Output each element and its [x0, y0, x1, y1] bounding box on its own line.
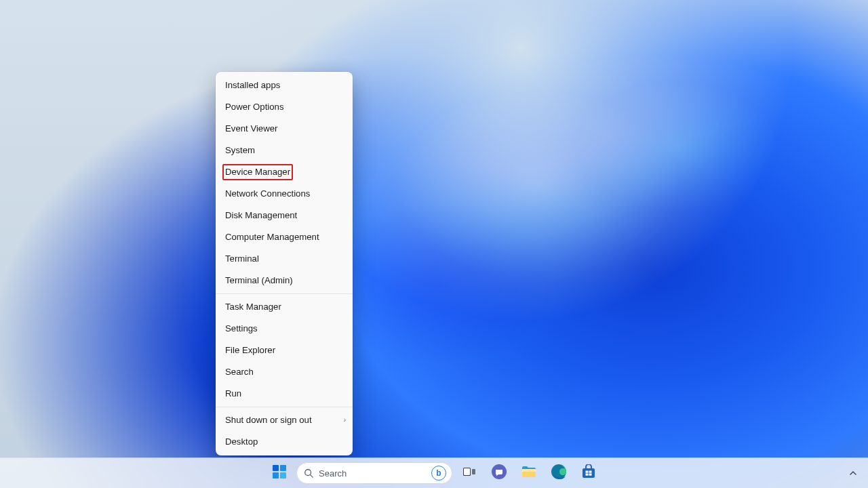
menu-task-manager[interactable]: Task Manager — [216, 296, 353, 318]
menu-power-options-label: Power Options — [225, 102, 284, 112]
menu-network-connections-label: Network Connections — [225, 188, 310, 199]
menu-shutdown-signout-label: Shut down or sign out — [225, 415, 312, 425]
menu-task-manager-label: Task Manager — [225, 302, 281, 312]
svg-rect-14 — [586, 471, 589, 473]
menu-file-explorer-label: File Explorer — [225, 345, 275, 355]
taskbar: Searchb — [0, 458, 868, 488]
menu-terminal-admin[interactable]: Terminal (Admin) — [216, 270, 353, 291]
menu-run-label: Run — [225, 388, 241, 399]
search-icon — [304, 468, 313, 478]
menu-file-explorer[interactable]: File Explorer — [216, 340, 353, 361]
menu-system-label: System — [225, 145, 255, 155]
svg-rect-1 — [280, 465, 286, 471]
tray-overflow-button[interactable] — [844, 464, 863, 483]
chevron-right-icon: › — [344, 414, 346, 426]
chat-icon — [491, 464, 507, 483]
desktop-wallpaper — [0, 0, 868, 488]
menu-disk-management[interactable]: Disk Management — [216, 205, 353, 226]
menu-desktop[interactable]: Desktop — [216, 431, 353, 453]
svg-rect-15 — [589, 471, 592, 473]
chat-button[interactable] — [486, 460, 512, 486]
menu-settings-label: Settings — [225, 323, 258, 333]
menu-disk-management-label: Disk Management — [225, 210, 297, 220]
svg-line-5 — [311, 475, 313, 478]
search-box[interactable]: Searchb — [296, 462, 452, 484]
menu-power-options[interactable]: Power Options — [216, 96, 353, 118]
menu-terminal-label: Terminal — [225, 253, 259, 264]
menu-device-manager[interactable]: Device Manager — [216, 161, 353, 183]
menu-system[interactable]: System — [216, 140, 353, 161]
store-icon — [581, 464, 596, 482]
menu-event-viewer[interactable]: Event Viewer — [216, 118, 353, 140]
svg-rect-13 — [583, 468, 595, 478]
bing-icon: b — [431, 466, 446, 481]
menu-device-manager-label: Device Manager — [222, 164, 293, 180]
menu-installed-apps-label: Installed apps — [225, 80, 280, 90]
edge-icon — [551, 464, 567, 483]
menu-installed-apps[interactable]: Installed apps — [216, 75, 353, 96]
menu-shutdown-signout[interactable]: Shut down or sign out› — [216, 409, 353, 431]
svg-rect-17 — [589, 474, 592, 476]
svg-rect-7 — [464, 468, 470, 475]
menu-event-viewer-label: Event Viewer — [225, 123, 277, 134]
file-explorer-button[interactable] — [516, 460, 542, 486]
chevron-up-icon — [849, 469, 857, 477]
svg-rect-3 — [280, 472, 286, 479]
search-placeholder-label: Search — [319, 468, 426, 479]
task-view-button[interactable] — [456, 460, 482, 486]
menu-desktop-label: Desktop — [225, 436, 258, 447]
menu-separator — [216, 293, 353, 294]
menu-network-connections[interactable]: Network Connections — [216, 183, 353, 205]
menu-run[interactable]: Run — [216, 383, 353, 405]
menu-computer-management-label: Computer Management — [225, 232, 319, 242]
menu-settings[interactable]: Settings — [216, 318, 353, 340]
menu-terminal[interactable]: Terminal — [216, 248, 353, 270]
svg-rect-16 — [586, 474, 589, 476]
svg-rect-8 — [472, 469, 475, 474]
menu-terminal-admin-label: Terminal (Admin) — [225, 275, 293, 285]
explorer-icon — [521, 464, 537, 482]
svg-rect-2 — [273, 472, 279, 479]
store-button[interactable] — [576, 460, 601, 486]
start-icon — [272, 464, 287, 482]
menu-computer-management[interactable]: Computer Management — [216, 226, 353, 248]
svg-rect-11 — [522, 469, 536, 472]
menu-search[interactable]: Search — [216, 361, 353, 383]
menu-search-label: Search — [225, 367, 254, 377]
edge-button[interactable] — [546, 460, 572, 486]
menu-separator — [216, 407, 353, 407]
taskview-icon — [462, 464, 477, 482]
winx-context-menu: Installed appsPower OptionsEvent ViewerS… — [216, 72, 353, 455]
system-tray — [844, 458, 863, 488]
start-button[interactable] — [267, 460, 292, 486]
svg-rect-0 — [273, 465, 279, 471]
